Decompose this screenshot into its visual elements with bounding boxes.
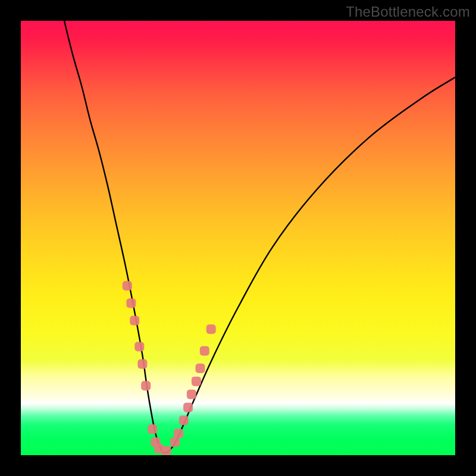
data-marker [206,324,216,334]
data-marker [130,316,139,325]
plot-area [21,21,455,455]
chart-svg [21,21,455,455]
data-marker [187,390,196,399]
bottleneck-curve [64,21,455,453]
chart-frame: TheBottleneck.com [0,0,476,476]
data-marker [170,437,180,447]
marker-group [123,281,216,455]
data-marker [183,403,193,412]
data-marker [200,346,209,356]
data-marker [196,364,205,373]
data-marker [123,281,132,290]
data-marker [141,381,151,390]
data-marker [179,416,189,425]
data-marker [148,424,157,434]
watermark-text: TheBottleneck.com [346,4,470,20]
data-marker [126,299,136,308]
data-marker [162,446,171,455]
data-marker [137,359,147,369]
data-marker [134,342,144,352]
data-marker [174,429,183,439]
data-marker [192,377,201,386]
